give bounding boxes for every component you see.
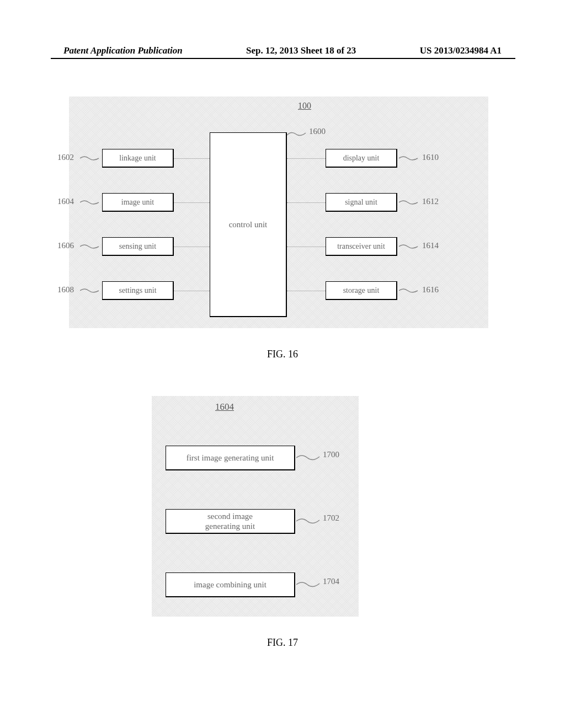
signal-unit-label: signal unit: [345, 198, 377, 207]
sensing-unit-label: sensing unit: [119, 242, 156, 251]
leader-1616: [399, 285, 421, 298]
transceiver-unit-block: transceiver unit: [326, 237, 397, 256]
header-patent-number: US 2013/0234984 A1: [420, 45, 502, 56]
leader-1704: [296, 578, 321, 594]
second-image-generating-unit-label: second image generating unit: [205, 511, 255, 531]
display-unit-label: display unit: [343, 154, 380, 163]
page-header: Patent Application Publication Sep. 12, …: [0, 45, 565, 56]
figure-16-caption: FIG. 16: [0, 349, 565, 360]
conn-image: [174, 202, 210, 203]
leader-1602: [80, 153, 102, 166]
ref-1616: 1616: [422, 285, 439, 295]
ref-1704: 1704: [323, 577, 339, 586]
control-unit-block: control unit: [210, 132, 287, 317]
ref-100: 100: [298, 101, 311, 111]
figure-16-diagram: 100 control unit 1600 linkage unit 1602 …: [69, 97, 488, 328]
linkage-unit-block: linkage unit: [102, 149, 174, 168]
sensing-unit-block: sensing unit: [102, 237, 174, 256]
header-date-sheet: Sep. 12, 2013 Sheet 18 of 23: [246, 45, 356, 56]
header-publication: Patent Application Publication: [63, 45, 183, 56]
leader-1702: [296, 515, 321, 531]
linkage-unit-label: linkage unit: [119, 154, 156, 163]
ref-1614: 1614: [422, 241, 439, 250]
second-image-generating-unit-block: second image generating unit: [166, 509, 295, 534]
conn-linkage: [174, 158, 210, 159]
conn-storage: [287, 291, 326, 291]
conn-transceiver: [287, 247, 326, 247]
ref-1604: 1604: [57, 197, 74, 206]
ref-1700: 1700: [323, 450, 339, 459]
ref-1702: 1702: [323, 513, 339, 523]
leader-1608: [80, 285, 102, 298]
ref-1604-fig17: 1604: [215, 402, 234, 413]
ref-1606: 1606: [57, 241, 74, 250]
image-unit-block: image unit: [102, 193, 174, 212]
leader-1700: [296, 451, 321, 467]
conn-sensing: [174, 247, 210, 247]
image-combining-unit-block: image combining unit: [166, 572, 295, 597]
image-combining-unit-label: image combining unit: [194, 580, 266, 590]
control-unit-label: control unit: [229, 220, 268, 229]
display-unit-block: display unit: [326, 149, 397, 168]
first-image-generating-unit-label: first image generating unit: [186, 453, 274, 463]
storage-unit-block: storage unit: [326, 281, 397, 300]
storage-unit-label: storage unit: [343, 286, 380, 295]
ref-1612: 1612: [422, 197, 439, 206]
figure-17-diagram: 1604 first image generating unit 1700 se…: [152, 396, 400, 617]
leader-1610: [399, 153, 421, 166]
settings-unit-block: settings unit: [102, 281, 174, 300]
first-image-generating-unit-block: first image generating unit: [166, 446, 295, 470]
leader-1614: [399, 241, 421, 254]
ref-1610: 1610: [422, 153, 439, 162]
header-divider: [51, 58, 515, 59]
leader-1600: [287, 129, 309, 142]
signal-unit-block: signal unit: [326, 193, 397, 212]
leader-1606: [80, 241, 102, 254]
transceiver-unit-label: transceiver unit: [337, 242, 385, 251]
ref-1600: 1600: [309, 127, 326, 136]
conn-settings: [174, 291, 210, 291]
ref-1608: 1608: [57, 285, 74, 295]
conn-display: [287, 158, 326, 159]
figure-17-caption: FIG. 17: [0, 637, 565, 649]
conn-signal: [287, 202, 326, 203]
leader-1604: [80, 197, 102, 210]
ref-1602: 1602: [57, 153, 74, 162]
settings-unit-label: settings unit: [119, 286, 156, 295]
image-unit-label: image unit: [121, 198, 154, 207]
leader-1612: [399, 197, 421, 210]
